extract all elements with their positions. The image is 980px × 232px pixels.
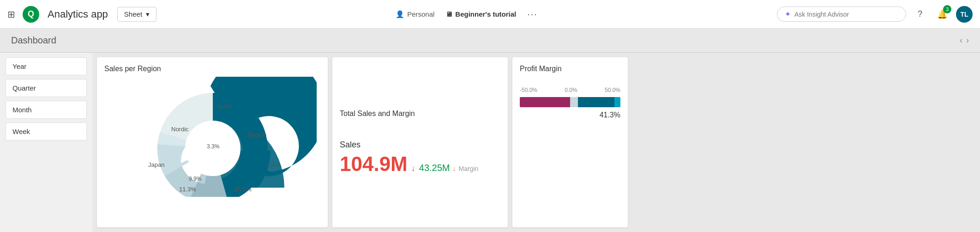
donut-chart-computed: Region Spain Nordic Japan 11.3% 9.9% 3.3… [104,77,321,197]
filter-year[interactable]: Year [6,57,87,75]
sales-per-region-card: Sales per Region [97,57,328,227]
more-options-button[interactable]: ··· [527,9,538,19]
bar-segment-light [570,97,578,107]
help-button[interactable]: ? [912,6,928,23]
nav-arrows: ‹ › [960,36,969,45]
prev-arrow[interactable]: ‹ [960,36,962,45]
profit-percentage: 41.3% [520,111,620,119]
seg3-pct-label: 9.9% [189,176,202,182]
dashboard-header: Dashboard ‹ › [0,29,980,53]
region-label: Region [247,131,266,138]
sales-label: Sales [340,140,500,150]
bar-segment-purple [520,97,570,107]
total-sales-title: Total Sales and Margin [340,110,500,118]
personal-label: Personal [407,10,434,18]
total-sales-card: Total Sales and Margin Sales 104.9M ↓ 43… [332,57,508,227]
sales-value: 104.9M [340,153,408,176]
content-area: Year Quarter Month Week Sales per Region [0,53,980,232]
chevron-down-icon: ▾ [146,10,150,18]
filter-month[interactable]: Month [6,101,87,119]
spain-label: Spain [216,103,232,110]
profit-bar [520,97,620,107]
margin-label: Margin [458,165,478,172]
margin-arrow: ↓ [452,165,456,172]
help-icon: ? [918,9,922,19]
scale-left: -50.0% [520,87,537,93]
notification-badge: 3 [943,5,951,13]
qlik-logo[interactable]: Q [23,6,39,23]
spain-pct-label: 3.3% [207,143,220,150]
avatar-initials: TL [960,11,968,18]
sheet-label: Sheet [124,10,142,18]
avatar[interactable]: TL [956,6,973,23]
main-area: Dashboard ‹ › Year Quarter Month Week [0,29,980,232]
insight-advisor-input[interactable]: ✦ [777,6,906,22]
nav-center: 👤 Personal 🖥 Beginner's tutorial ··· [162,9,771,19]
tutorial-button[interactable]: 🖥 Beginner's tutorial [445,10,516,18]
usa-label: USA [268,161,281,168]
notifications-button[interactable]: 🔔 3 [934,6,950,23]
insight-advisor-field[interactable] [794,11,898,18]
app-title: Analytics app [48,8,108,20]
profit-margin-title: Profit Margin [520,65,620,73]
dashboard-title: Dashboard [11,35,56,46]
profit-margin-card: Profit Margin -50.0% 0.0% 50.0% 41.3% [512,57,628,227]
usa-pct-label: 45.5% [234,186,252,193]
tutorial-label: Beginner's tutorial [455,10,516,18]
bar-segment-teal [578,97,614,107]
filter-quarter[interactable]: Quarter [6,79,87,97]
margin-value: 43.25M [419,163,450,173]
personal-button[interactable]: 👤 Personal [396,10,434,18]
tutorial-icon: 🖥 [445,10,452,18]
sales-arrow: ↓ [411,164,415,173]
filter-week[interactable]: Week [6,122,87,140]
sales-per-region-title: Sales per Region [104,65,320,73]
next-arrow[interactable]: › [966,36,969,45]
japan-label: Japan [148,161,164,168]
nordic-label: Nordic [171,126,189,133]
grid-icon[interactable]: ⊞ [7,9,15,20]
sales-sub: 43.25M ↓ Margin [419,163,479,173]
top-nav: ⊞ Q Analytics app Sheet ▾ 👤 Personal 🖥 B… [0,0,980,29]
scale-right: 50.0% [605,87,620,93]
bar-segment-cyan [614,97,620,107]
nav-right: ✦ ? 🔔 3 TL [777,6,973,23]
donut-chart: Region Spain Nordic Japan 11.3% 9.9% 3.3… [104,77,320,192]
scale-mid: 0.0% [565,87,577,93]
japan-pct-label: 11.3% [179,186,196,193]
person-icon: 👤 [396,10,404,18]
profit-scale: -50.0% 0.0% 50.0% [520,87,620,93]
sheet-dropdown[interactable]: Sheet ▾ [117,7,156,22]
charts-area: Sales per Region [92,53,980,232]
left-sidebar: Year Quarter Month Week [0,53,92,232]
insight-star-icon: ✦ [785,10,791,18]
